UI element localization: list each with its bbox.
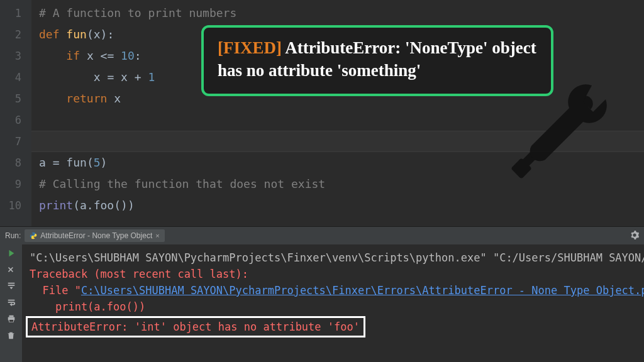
run-toolbar [0, 244, 22, 362]
condition: x <= [87, 49, 121, 62]
python-file-icon [30, 232, 37, 239]
paren: ( [87, 156, 94, 169]
assignment-lhs: a = [39, 156, 66, 169]
line-number: 10 [0, 195, 31, 216]
run-label: Run: [5, 231, 21, 240]
callout-prefix: [FIXED] [218, 38, 282, 57]
command-line: "C:\Users\SHUBHAM SAYON\PycharmProjects\… [30, 251, 644, 264]
number-literal: 1 [148, 70, 155, 84]
code-comment: # Calling the function that does not exi… [39, 177, 325, 190]
svg-rect-2 [9, 315, 13, 317]
console-output[interactable]: "C:\Users\SHUBHAM SAYON\PycharmProjects\… [22, 244, 644, 362]
print-icon[interactable] [6, 314, 16, 324]
line-number-gutter: 1 2 3 4 5 6 7 8 9 10 [0, 0, 31, 226]
traceback-file-prefix: File " [30, 284, 81, 297]
function-params: (x): [87, 28, 114, 41]
error-highlight-box: AttributeError: 'int' object has no attr… [26, 316, 365, 337]
run-configuration-tab[interactable]: AttributeError - None Type Object × [25, 229, 164, 242]
line-number: 5 [0, 88, 31, 109]
number-literal: 10 [121, 49, 135, 62]
keyword-if: if [66, 49, 87, 62]
indent [39, 70, 94, 84]
trash-icon[interactable] [6, 330, 16, 340]
line-number: 7 [0, 131, 31, 152]
colon: : [135, 49, 142, 62]
svg-rect-3 [9, 320, 13, 322]
function-name: fun [66, 28, 87, 41]
line-number: 2 [0, 24, 31, 45]
rerun-icon[interactable] [6, 248, 16, 258]
stop-icon[interactable] [6, 265, 16, 275]
paren: ) [101, 156, 108, 169]
keyword-def: def [39, 28, 66, 41]
gear-icon[interactable] [630, 231, 639, 241]
line-number: 6 [0, 109, 31, 131]
scroll-down-icon[interactable] [6, 281, 16, 291]
line-number: 9 [0, 173, 31, 195]
function-call: fun [66, 156, 87, 169]
call-args: (a.foo()) [73, 199, 135, 212]
indent [39, 92, 66, 105]
soft-wrap-icon[interactable] [6, 297, 16, 307]
assignment: x = x + [94, 70, 148, 84]
callout-text: [FIXED] AttributeError: 'NoneType' objec… [218, 36, 537, 82]
traceback-file-link[interactable]: C:\Users\SHUBHAM SAYON\PycharmProjects\F… [81, 284, 644, 297]
error-message: AttributeError: 'int' object has no attr… [31, 321, 360, 333]
close-tab-icon[interactable]: × [155, 232, 159, 239]
traceback-header: Traceback (most recent call last): [30, 268, 248, 280]
number-literal: 5 [94, 156, 101, 169]
title-callout: [FIXED] AttributeError: 'NoneType' objec… [201, 25, 553, 96]
line-number: 8 [0, 152, 31, 173]
indent [39, 49, 66, 62]
traceback-code-line: print(a.foo()) [30, 300, 145, 313]
run-tool-window: Run: AttributeError - None Type Object × [0, 226, 644, 362]
keyword-return: return [66, 92, 114, 105]
return-value: x [114, 92, 121, 105]
builtin-print: print [39, 199, 73, 212]
line-number: 3 [0, 45, 31, 67]
line-number: 4 [0, 67, 31, 88]
code-comment: # A function to print numbers [39, 6, 236, 19]
line-number: 1 [0, 3, 31, 24]
run-panel-header: Run: AttributeError - None Type Object × [0, 227, 644, 244]
run-tab-title: AttributeError - None Type Object [40, 231, 152, 240]
